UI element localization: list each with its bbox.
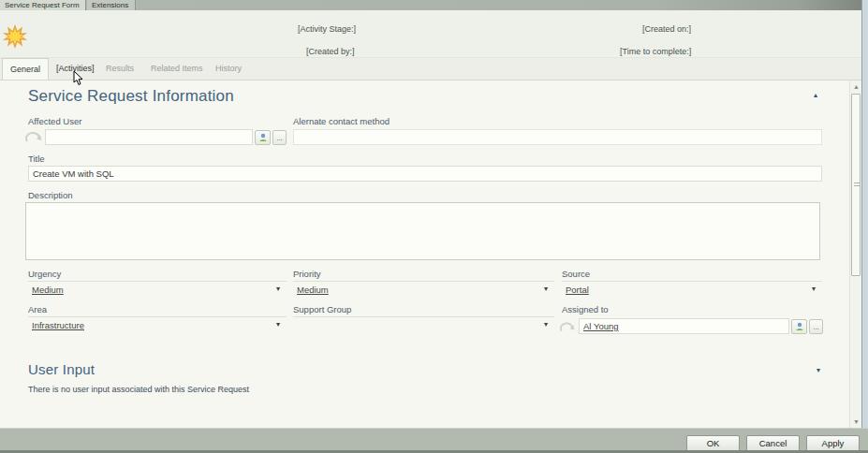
created-on-label: [Created on:] xyxy=(642,24,691,34)
created-by-label: [Created by:] xyxy=(306,47,355,56)
form-header: [Activity Stage:] [Created by:] [Created… xyxy=(0,10,861,58)
tab-results[interactable]: Results xyxy=(98,58,141,80)
area-dropdown[interactable]: Infrastructure xyxy=(28,316,287,332)
title-input[interactable] xyxy=(28,166,822,182)
affected-user-browse-button[interactable]: ... xyxy=(272,130,287,145)
starburst-icon xyxy=(3,24,27,49)
assigned-to-person-picker-button[interactable] xyxy=(791,319,807,334)
assigned-to-label: Assigned to xyxy=(562,304,609,314)
user-input-empty-message: There is no user input associated with t… xyxy=(28,385,249,394)
priority-value: Medium xyxy=(297,285,329,295)
person-icon xyxy=(258,133,268,142)
window-tab-strip: Service Request Form Extensions xyxy=(0,0,868,10)
source-value: Portal xyxy=(566,285,589,295)
form-tab-row: General [Activities] Results Related Ite… xyxy=(0,58,861,80)
urgency-dropdown[interactable]: Medium xyxy=(28,281,287,297)
window-tab-form[interactable]: Service Request Form xyxy=(0,0,86,10)
area-label: Area xyxy=(28,304,47,314)
vertical-scrollbar[interactable]: ▲ ▼ xyxy=(849,80,861,428)
affected-user-person-picker-button[interactable] xyxy=(255,130,271,145)
swirl-icon xyxy=(25,130,42,143)
priority-dropdown[interactable]: Medium xyxy=(293,281,554,297)
person-icon xyxy=(795,322,804,331)
priority-label: Priority xyxy=(293,269,321,279)
urgency-label: Urgency xyxy=(28,269,61,279)
time-to-complete-label: [Time to complete:] xyxy=(620,47,691,56)
footer-bar: OK Cancel Apply xyxy=(0,428,868,453)
support-group-dropdown[interactable] xyxy=(293,316,554,332)
urgency-value: Medium xyxy=(32,285,64,295)
scrollbar-thumb[interactable] xyxy=(851,94,861,276)
assigned-to-browse-button[interactable]: ... xyxy=(809,319,823,334)
source-dropdown[interactable]: Portal xyxy=(562,281,822,297)
dropdown-arrow-icon[interactable] xyxy=(811,285,820,295)
section-title-user-input: User Input xyxy=(28,361,95,377)
service-request-window: Service Request Form Extensions [Activit… xyxy=(0,0,868,453)
affected-user-label: Affected User xyxy=(28,116,81,126)
section-title-request-info: Service Request Information xyxy=(28,87,234,106)
affected-user-input[interactable] xyxy=(45,129,253,145)
dropdown-arrow-icon[interactable] xyxy=(543,285,552,295)
mouse-cursor xyxy=(73,71,83,86)
tab-related-items[interactable]: Related Items xyxy=(143,58,211,80)
chevron-up-icon[interactable]: ▴ xyxy=(814,91,817,99)
dropdown-arrow-icon[interactable] xyxy=(543,321,552,330)
description-label: Description xyxy=(28,190,73,200)
swirl-icon xyxy=(560,320,575,333)
activity-stage-label: [Activity Stage:] xyxy=(298,24,356,34)
title-label: Title xyxy=(28,153,45,164)
description-textarea[interactable] xyxy=(25,202,820,260)
assigned-to-input[interactable] xyxy=(579,318,789,334)
window-edge xyxy=(861,0,868,453)
alternate-contact-input[interactable] xyxy=(293,129,822,145)
source-label: Source xyxy=(562,269,590,279)
scrollbar-grip xyxy=(854,183,860,186)
form-content: Service Request Information ▴ Affected U… xyxy=(0,80,846,428)
chevron-down-icon[interactable]: ▾ xyxy=(817,366,820,374)
support-group-label: Support Group xyxy=(293,304,351,314)
dropdown-arrow-icon[interactable] xyxy=(275,285,285,295)
tab-general[interactable]: General xyxy=(2,58,49,80)
dropdown-arrow-icon[interactable] xyxy=(275,321,285,330)
alternate-contact-label: Alernate contact method xyxy=(293,116,390,126)
area-value: Infrastructure xyxy=(32,320,84,330)
window-tab-extensions[interactable]: Extensions xyxy=(87,0,136,10)
tab-history[interactable]: History xyxy=(208,58,249,80)
